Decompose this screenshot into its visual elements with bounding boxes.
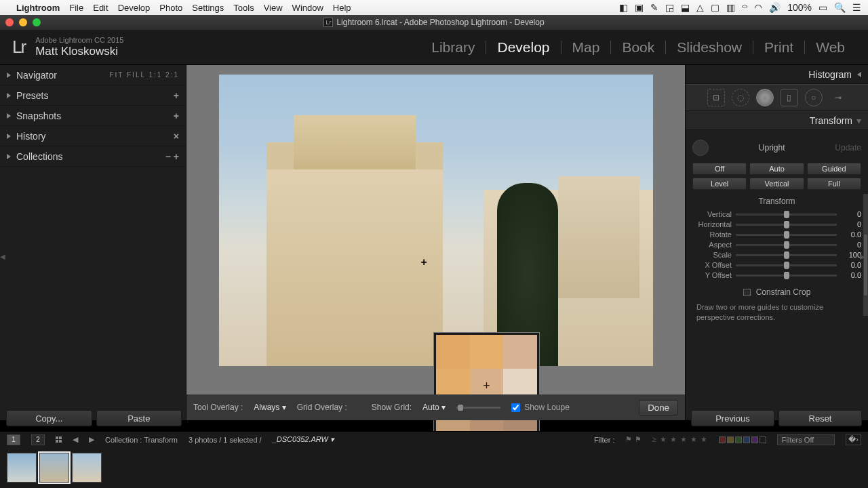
menu-view[interactable]: View xyxy=(264,3,283,13)
constrain-crop-checkbox[interactable] xyxy=(743,289,751,296)
battery-icon[interactable]: ▭ xyxy=(818,2,827,13)
nav-fwd-icon[interactable]: ▶ xyxy=(89,435,94,444)
disclosure-icon[interactable] xyxy=(7,134,11,139)
slider-track[interactable] xyxy=(736,224,837,226)
spotlight-icon[interactable]: 🔍 xyxy=(834,2,846,13)
redeye-tool-icon[interactable]: ◉ xyxy=(756,89,774,106)
add-preset-button[interactable]: + xyxy=(174,90,179,101)
slider-handle[interactable] xyxy=(784,231,789,239)
snapshots-header[interactable]: Snapshots + xyxy=(0,106,186,126)
slider-handle[interactable] xyxy=(784,221,789,228)
filter-lock-icon[interactable]: �› xyxy=(846,434,861,445)
menu-window[interactable]: Window xyxy=(292,3,323,13)
wifi-icon[interactable]: ◠ xyxy=(754,2,762,13)
upright-reanalyze-icon[interactable] xyxy=(692,140,709,156)
thumbnail-selected[interactable] xyxy=(39,453,69,483)
menubar-icon[interactable]: ▣ xyxy=(635,2,644,13)
slider-value[interactable]: 0.0 xyxy=(837,271,861,279)
upright-auto-button[interactable]: Auto xyxy=(749,163,804,175)
spot-tool-icon[interactable]: ◌ xyxy=(732,89,749,106)
menubar-icon[interactable]: ◧ xyxy=(619,2,628,13)
close-icon[interactable] xyxy=(5,18,14,26)
show-grid-popup[interactable]: Auto ▾ xyxy=(422,403,446,412)
slider-handle[interactable] xyxy=(784,262,789,269)
menubar-icon[interactable]: ◲ xyxy=(665,2,674,13)
slider-aspect[interactable]: Aspect0 xyxy=(692,241,861,249)
upright-full-button[interactable]: Full xyxy=(807,178,861,190)
reset-button[interactable]: Reset xyxy=(778,410,862,426)
module-book[interactable]: Book xyxy=(611,39,665,56)
upright-off-button[interactable]: Off xyxy=(692,163,747,175)
collections-header[interactable]: Collections − + xyxy=(0,146,186,167)
disclosure-icon[interactable] xyxy=(7,154,11,159)
disclosure-icon[interactable] xyxy=(857,72,861,77)
left-panel-toggle[interactable]: ◀ xyxy=(0,243,8,270)
minimize-icon[interactable] xyxy=(19,18,27,26)
slider-x-offset[interactable]: X Offset0.0 xyxy=(692,261,861,269)
tool-overlay-popup[interactable]: Always ▾ xyxy=(254,403,285,412)
nav-back-icon[interactable]: ◀ xyxy=(73,435,78,444)
slider-track[interactable] xyxy=(736,264,837,266)
navigator-header[interactable]: Navigator FIT FILL 1:1 2:1 xyxy=(0,65,186,85)
grad-filter-icon[interactable]: ▯ xyxy=(781,89,798,106)
slider-handle[interactable] xyxy=(784,211,789,218)
module-slideshow[interactable]: Slideshow xyxy=(666,39,753,56)
slider-track[interactable] xyxy=(736,244,837,246)
loupe-magnifier[interactable]: + xyxy=(434,333,539,438)
grid-size-slider[interactable] xyxy=(456,407,500,409)
navigator-modes[interactable]: FIT FILL 1:1 2:1 xyxy=(109,71,179,79)
slider-value[interactable]: 0 xyxy=(837,220,861,228)
module-print[interactable]: Print xyxy=(753,39,804,56)
filmstrip[interactable] xyxy=(0,447,868,488)
history-header[interactable]: History × xyxy=(0,126,186,146)
menu-develop[interactable]: Develop xyxy=(118,3,151,13)
transform-header[interactable]: Transform ▾ xyxy=(686,111,868,130)
evernote-icon[interactable]: ✎ xyxy=(650,2,658,13)
upright-level-button[interactable]: Level xyxy=(692,178,747,190)
slider-track[interactable] xyxy=(736,214,837,216)
current-file[interactable]: _DSC0352.ARW ▾ xyxy=(273,435,334,444)
update-button[interactable]: Update xyxy=(835,143,861,152)
upright-vertical-button[interactable]: Vertical xyxy=(749,178,804,190)
disclosure-icon[interactable] xyxy=(7,113,11,119)
rating-filter[interactable]: ≥ ★ ★ ★ ★ ★ xyxy=(652,435,708,444)
collection-buttons[interactable]: − + xyxy=(165,151,179,162)
module-develop[interactable]: Develop xyxy=(486,39,560,56)
menu-tools[interactable]: Tools xyxy=(233,3,254,13)
dropbox-icon[interactable]: ⬓ xyxy=(681,2,690,13)
slider-value[interactable]: 0 xyxy=(837,241,861,249)
menubar-icon[interactable]: ▥ xyxy=(726,2,735,13)
slider-value[interactable]: 0 xyxy=(837,210,861,218)
disclosure-icon[interactable] xyxy=(7,93,11,98)
slider-value[interactable]: 0.0 xyxy=(837,230,861,239)
flag-filter-icon[interactable]: ⚑ ⚑ xyxy=(625,435,641,444)
presets-header[interactable]: Presets + xyxy=(0,85,186,106)
module-library[interactable]: Library xyxy=(420,39,486,56)
slider-track[interactable] xyxy=(736,234,837,236)
app-name[interactable]: Lightroom xyxy=(16,3,60,13)
module-web[interactable]: Web xyxy=(805,39,856,56)
module-map[interactable]: Map xyxy=(561,39,611,56)
slider-scale[interactable]: Scale100 xyxy=(692,251,861,259)
paste-button[interactable]: Paste xyxy=(96,410,182,426)
brush-tool-icon[interactable]: ⊸ xyxy=(829,89,847,106)
slider-value[interactable]: 0.0 xyxy=(837,261,861,269)
slider-vertical[interactable]: Vertical0 xyxy=(692,210,861,218)
thumbnail[interactable] xyxy=(72,453,102,483)
disclosure-icon[interactable] xyxy=(7,73,11,78)
filters-dropdown[interactable]: Filters Off xyxy=(777,434,835,445)
constrain-crop-row[interactable]: Constrain Crop xyxy=(692,287,861,297)
airplay-icon[interactable]: ▢ xyxy=(711,2,719,13)
slider-handle[interactable] xyxy=(784,272,789,279)
slider-track[interactable] xyxy=(736,254,837,256)
slider-handle[interactable] xyxy=(784,241,789,249)
guide-cursor-icon[interactable]: + xyxy=(421,256,427,268)
photo-preview[interactable]: + xyxy=(219,75,653,366)
page-2-button[interactable]: 2 xyxy=(31,434,45,445)
menu-help[interactable]: Help xyxy=(333,3,351,13)
menu-photo[interactable]: Photo xyxy=(159,3,182,13)
slider-handle[interactable] xyxy=(784,251,789,259)
drive-icon[interactable]: △ xyxy=(696,2,704,13)
slider-value[interactable]: 100 xyxy=(837,251,861,259)
done-button[interactable]: Done xyxy=(639,400,678,415)
